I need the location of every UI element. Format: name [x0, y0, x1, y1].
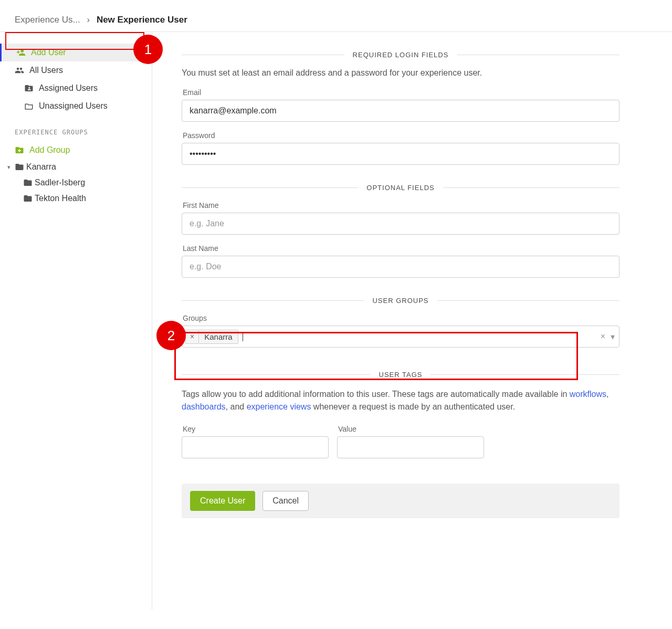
folder-icon [15, 162, 26, 172]
first-name-label: First Name [183, 201, 620, 209]
sidebar-item-label: Assigned Users [39, 83, 98, 93]
last-name-field[interactable] [182, 256, 620, 278]
sidebar-item-label: Add User [31, 48, 66, 57]
sidebar-item-label: All Users [29, 66, 63, 75]
annotation-step-2: 2 [156, 321, 186, 350]
group-chip-kanarra: × Kanarra [185, 330, 238, 344]
tag-key-field[interactable] [182, 436, 329, 458]
sidebar-item-add-user[interactable]: Add User [0, 44, 152, 61]
folder-user-icon [24, 83, 39, 93]
groups-multiselect[interactable]: × Kanarra × ▾ [182, 326, 620, 348]
sidebar-section-title: EXPERIENCE GROUPS [0, 115, 152, 141]
clear-all-icon[interactable]: × [601, 332, 605, 342]
user-tags-intro: Tags allow you to add additional informa… [182, 388, 620, 413]
caret-down-icon: ▾ [7, 164, 15, 171]
sidebar-item-label: Add Group [29, 145, 70, 155]
experience-views-link[interactable]: experience views [247, 402, 311, 411]
add-user-icon [16, 48, 31, 57]
text-cursor [243, 332, 243, 341]
required-login-intro: You must set at least an email address a… [182, 68, 620, 78]
chip-label: Kanarra [199, 330, 237, 343]
sidebar-group-label: Kanarra [26, 162, 56, 172]
sidebar: 1 Add User All Users Assigned Users [0, 32, 152, 610]
users-icon [15, 66, 29, 75]
last-name-label: Last Name [183, 244, 620, 253]
section-header-user-groups: USER GROUPS [182, 297, 620, 305]
dashboards-link[interactable]: dashboards [182, 402, 226, 411]
password-field[interactable] [182, 143, 620, 165]
add-folder-icon [15, 145, 29, 155]
breadcrumb: Experience Us... › New Experience User [0, 0, 672, 32]
sidebar-item-add-group[interactable]: Add Group [0, 141, 152, 159]
sidebar-group-tekton-health[interactable]: Tekton Health [0, 191, 152, 206]
tag-value-field[interactable] [337, 436, 484, 458]
section-header-user-tags: USER TAGS [182, 371, 620, 379]
folder-icon [23, 178, 35, 187]
sidebar-group-sadler-isberg[interactable]: Sadler-Isberg [0, 175, 152, 191]
workflows-link[interactable]: workflows [570, 390, 606, 399]
section-header-optional: OPTIONAL FIELDS [182, 184, 620, 192]
annotation-step-1: 1 [133, 35, 163, 64]
sidebar-item-unassigned-users[interactable]: Unassigned Users [0, 97, 152, 115]
folder-icon [23, 194, 35, 203]
cancel-button[interactable]: Cancel [262, 491, 309, 511]
tag-value-label: Value [338, 425, 484, 433]
sidebar-group-kanarra[interactable]: ▾ Kanarra [0, 159, 152, 175]
first-name-field[interactable] [182, 213, 620, 235]
main-form: REQUIRED LOGIN FIELDS You must set at le… [152, 32, 672, 610]
sidebar-group-label: Sadler-Isberg [35, 178, 85, 187]
tag-key-label: Key [183, 425, 329, 433]
email-label: Email [183, 88, 620, 97]
create-user-button[interactable]: Create User [190, 491, 255, 511]
folder-open-icon [24, 101, 39, 111]
breadcrumb-current: New Experience User [97, 15, 187, 25]
section-header-required-login: REQUIRED LOGIN FIELDS [182, 51, 620, 59]
chip-remove-icon[interactable]: × [186, 330, 199, 343]
sidebar-item-label: Unassigned Users [39, 101, 108, 111]
dropdown-caret-icon[interactable]: ▾ [611, 332, 615, 342]
sidebar-item-all-users[interactable]: All Users [0, 61, 152, 79]
email-field[interactable] [182, 100, 620, 122]
breadcrumb-separator: › [87, 15, 90, 25]
sidebar-group-label: Tekton Health [35, 194, 86, 203]
sidebar-item-assigned-users[interactable]: Assigned Users [0, 79, 152, 97]
groups-label: Groups [183, 314, 620, 322]
password-label: Password [183, 131, 620, 140]
breadcrumb-parent[interactable]: Experience Us... [15, 15, 80, 25]
form-button-bar: Create User Cancel [182, 484, 620, 518]
